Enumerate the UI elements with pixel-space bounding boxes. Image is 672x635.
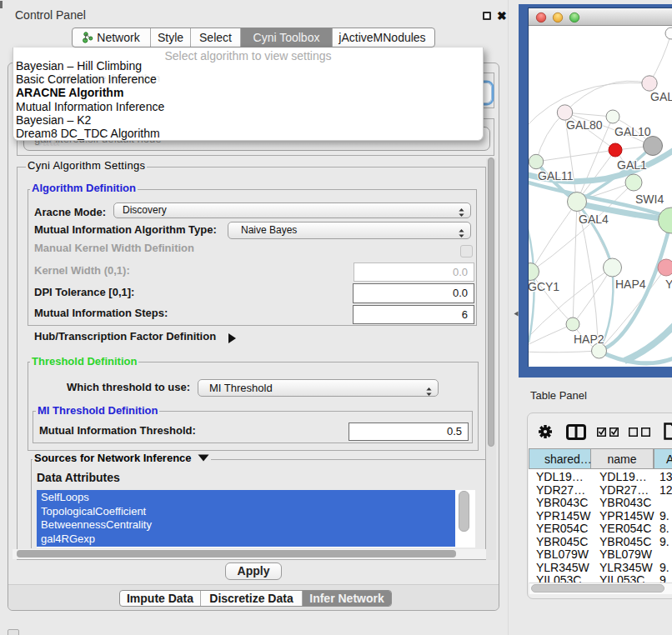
svg-text:GAL1: GAL1 xyxy=(617,158,647,172)
svg-text:HAP4: HAP4 xyxy=(615,278,646,291)
svg-text:HAP2: HAP2 xyxy=(574,332,604,346)
svg-text:GAL11: GAL11 xyxy=(538,169,574,182)
svg-text:SWI4: SWI4 xyxy=(635,192,664,206)
svg-text:GAL2: GAL2 xyxy=(650,90,672,103)
svg-text:GAL80: GAL80 xyxy=(566,118,603,132)
svg-text:GAL10: GAL10 xyxy=(614,125,651,138)
svg-text:YD: YD xyxy=(665,278,672,291)
svg-text:GAL4: GAL4 xyxy=(579,212,609,226)
svg-text:GCY1: GCY1 xyxy=(529,280,559,293)
